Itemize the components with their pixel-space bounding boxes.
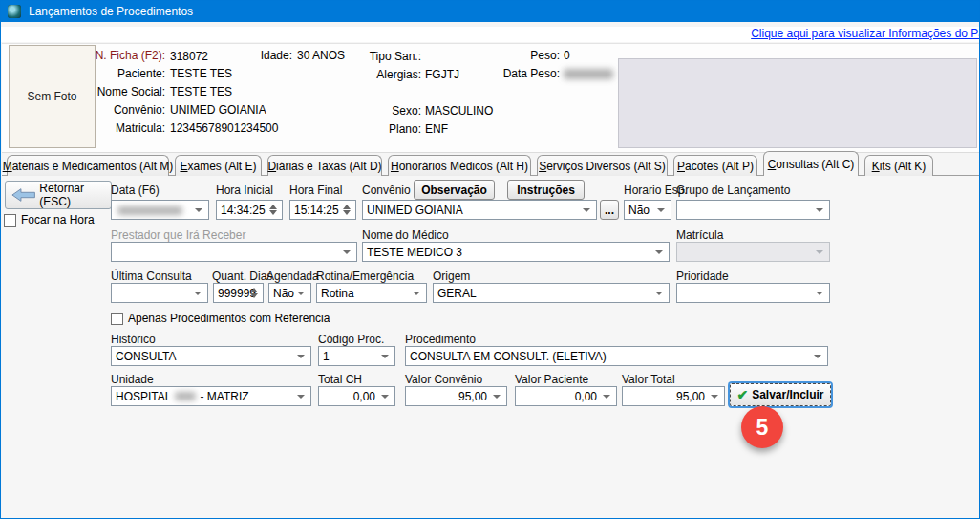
field-historico[interactable]: CONSULTA (111, 346, 311, 366)
label-hora-final: Hora Final (289, 184, 342, 197)
label-valor-convenio: Valor Convênio (405, 373, 482, 386)
unidade-value-prefix: HOSPITAL (116, 390, 171, 403)
field-codigo-proc[interactable]: 1 (318, 346, 395, 366)
hora-final-spinner[interactable] (340, 202, 353, 218)
field-horario-esp[interactable]: Não (624, 200, 671, 220)
tab-materiais-medicamentos[interactable]: Materiais e Medicamentos (Alt M) (7, 155, 169, 176)
instrucoes-button[interactable]: Instruções (507, 180, 585, 200)
salvar-incluir-button[interactable]: ✔ Salvar/Incluir (730, 383, 831, 406)
tab-honorarios-medicos[interactable]: Honorários Médicos (Alt H) (388, 155, 531, 176)
field-ultima-consulta[interactable] (111, 283, 208, 303)
label-historico: Histórico (111, 333, 156, 346)
label-paciente: Paciente: (87, 67, 165, 80)
label-prestador: Prestador que Irá Receber (111, 228, 245, 242)
label-rotina-emergencia: Rotina/Emergência (316, 270, 414, 283)
observacao-button[interactable]: Observação (414, 180, 495, 200)
label-idade: Idade: (249, 49, 292, 62)
codigo-proc-value: 1 (323, 350, 330, 363)
field-matricula (676, 242, 830, 262)
field-total-ch[interactable]: 0,00 (318, 386, 395, 406)
label-alergias: Alergias: (354, 68, 421, 81)
value-plano: ENF (425, 122, 448, 136)
return-button-label: Retornar (ESC) (39, 182, 111, 208)
apenas-procedimentos-checkbox-row[interactable]: Apenas Procedimentos com Referencia (111, 312, 330, 325)
label-ultima-consulta: Última Consulta (111, 270, 192, 283)
horario-esp-value: Não (628, 204, 650, 217)
field-agendada[interactable]: Não (268, 283, 311, 303)
ellipsis-button[interactable]: ... (600, 200, 619, 220)
photo-placeholder-text: Sem Foto (27, 90, 76, 103)
label-matricula: Matrícula (676, 228, 723, 242)
label-convenio-header: Convênio: (87, 103, 165, 117)
tab-label: Kits (Alt K) (872, 160, 927, 173)
field-data-f6[interactable] (111, 200, 209, 220)
label-total-ch: Total CH (318, 373, 362, 386)
tab-consultas[interactable]: Consultas (Alt C) (763, 151, 859, 176)
historico-value: CONSULTA (116, 350, 177, 363)
label-agendada: Agendada (266, 270, 319, 283)
label-sexo: Sexo: (354, 104, 421, 118)
field-procedimento[interactable]: CONSULTA EM CONSULT. (ELETIVA) (405, 346, 828, 366)
tab-label: Diárias e Taxas (Alt D) (267, 160, 381, 173)
salvar-incluir-label: Salvar/Incluir (752, 388, 823, 401)
instrucoes-button-label: Instruções (517, 184, 575, 197)
label-peso: Peso: (493, 49, 560, 62)
field-hora-inicial[interactable]: 14:34:25 (216, 200, 283, 220)
field-valor-paciente[interactable]: 0,00 (515, 386, 617, 406)
quant-dias-spinner[interactable] (247, 285, 261, 301)
value-nome-social: TESTE TES (170, 85, 232, 98)
return-button[interactable]: Retornar (ESC) (5, 181, 112, 209)
tab-label: Serviços Diversos (Alt S) (539, 160, 666, 173)
focar-na-hora-label: Focar na Hora (21, 213, 95, 227)
tab-label: Pacotes (Alt P) (677, 160, 754, 173)
redacted-data-peso-value (564, 69, 613, 79)
hora-inicial-spinner[interactable] (266, 202, 280, 218)
tab-label: Materiais e Medicamentos (Alt M) (3, 160, 174, 173)
field-nome-medico[interactable]: TESTE MEDICO 3 (362, 242, 670, 262)
patient-photo-placeholder: Sem Foto (9, 45, 96, 148)
tab-pacotes[interactable]: Pacotes (Alt P) (673, 155, 757, 176)
label-nome-social: Nome Social: (87, 85, 165, 98)
tab-exames[interactable]: Exames (Alt E) (175, 155, 262, 176)
value-peso: 0 (564, 49, 570, 62)
field-origem[interactable]: GERAL (433, 283, 670, 303)
label-data-peso: Data Peso: (493, 67, 560, 80)
focar-na-hora-checkbox[interactable] (4, 214, 16, 227)
focar-na-hora-checkbox-row[interactable]: Focar na Hora (4, 213, 95, 227)
label-valor-total: Valor Total (622, 373, 675, 386)
field-quant-dias[interactable]: 999999 (213, 283, 264, 303)
field-convenio[interactable]: UNIMED GOIANIA (362, 200, 597, 220)
hora-inicial-value: 14:34:25 (221, 204, 266, 217)
app-window: Lançamentos de Procedimentos Clique aqui… (0, 0, 980, 519)
tab-diarias-taxas[interactable]: Diárias e Taxas (Alt D) (267, 155, 382, 176)
label-prioridade: Prioridade (676, 270, 729, 283)
tab-kits[interactable]: Kits (Alt K) (864, 155, 933, 176)
value-n-ficha: 318072 (170, 50, 208, 63)
left-arrow-icon (11, 187, 35, 203)
field-grupo-lancamento[interactable] (676, 200, 830, 220)
valor-total-value: 95,00 (676, 390, 705, 403)
step-annotation-badge: 5 (741, 406, 783, 448)
field-valor-convenio[interactable]: 95,00 (405, 386, 507, 406)
tab-label: Consultas (Alt C) (768, 158, 855, 171)
agendada-value: Não (273, 287, 294, 300)
tab-label: Honorários Médicos (Alt H) (391, 160, 528, 173)
label-quant-dias: Quant. Dias (212, 270, 272, 283)
observacao-button-label: Observação (421, 184, 487, 197)
field-unidade[interactable]: HOSPITAL - MATRIZ (111, 386, 311, 406)
tab-servicos-diversos[interactable]: Serviços Diversos (Alt S) (537, 155, 668, 176)
field-prestador[interactable] (111, 242, 357, 262)
field-prioridade[interactable] (676, 283, 830, 303)
apenas-procedimentos-label: Apenas Procedimentos com Referencia (128, 312, 330, 325)
field-hora-final[interactable]: 15:14:25 (289, 200, 356, 220)
field-rotina-emergencia[interactable]: Rotina (316, 283, 427, 303)
apenas-procedimentos-checkbox[interactable] (111, 313, 123, 325)
field-valor-total[interactable]: 95,00 (622, 386, 725, 406)
value-paciente: TESTE TES (170, 67, 232, 80)
patient-info-link[interactable]: Clique aqui para visualizar Informações … (751, 27, 980, 40)
step-number: 5 (756, 415, 769, 441)
value-convenio-header: UNIMED GOIANIA (170, 103, 266, 117)
value-matricula-header: 12345678901234500 (170, 121, 278, 135)
tab-label: Exames (Alt E) (180, 160, 256, 173)
check-icon: ✔ (736, 388, 748, 401)
